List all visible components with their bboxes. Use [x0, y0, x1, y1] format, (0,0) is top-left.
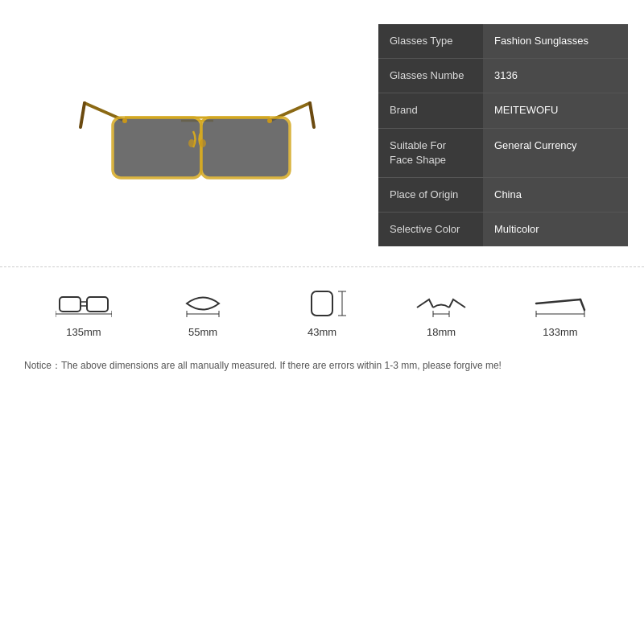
specs-label: Place of Origin — [378, 178, 483, 212]
dimension-item: 135mm — [56, 287, 112, 338]
specs-label: Glasses Type — [378, 24, 483, 58]
dimension-item: 43mm — [294, 287, 350, 338]
dimension-item: 18mm — [413, 287, 469, 338]
product-image-area — [16, 55, 378, 216]
svg-line-30 — [580, 299, 584, 310]
main-container: Glasses TypeFashion SunglassesGlasses Nu… — [0, 0, 644, 644]
sunglasses-image — [76, 55, 318, 216]
lens-height-icon — [294, 287, 350, 320]
svg-rect-6 — [113, 118, 201, 178]
dimension-item: 55mm — [175, 287, 231, 338]
svg-rect-12 — [60, 297, 80, 312]
specs-label: Brand — [378, 93, 483, 127]
dimension-value: 135mm — [66, 326, 101, 338]
specs-value: Fashion Sunglasses — [483, 24, 628, 58]
specs-value: Multicolor — [483, 213, 628, 246]
lens-width-icon — [175, 287, 231, 320]
specs-row: BrandMEITEWOFU — [378, 93, 628, 128]
bridge-width-icon — [413, 287, 469, 320]
specs-row: Suitable For Face ShapeGeneral Currency — [378, 129, 628, 178]
temple-length-icon — [532, 287, 588, 320]
top-section: Glasses TypeFashion SunglassesGlasses Nu… — [0, 0, 644, 262]
specs-row: Selective ColorMulticolor — [378, 213, 628, 246]
specs-row: Glasses Numbe3136 — [378, 59, 628, 93]
notice-text: Notice：The above dimensions are all manu… — [24, 360, 502, 371]
divider — [0, 266, 644, 267]
svg-rect-7 — [201, 118, 290, 178]
dimension-value: 43mm — [308, 326, 336, 338]
svg-line-29 — [536, 299, 580, 303]
dimensions-section: 135mm 55mm 43mm 18mm 133mm — [0, 271, 644, 346]
svg-point-8 — [122, 118, 127, 123]
specs-value: MEITEWOFU — [483, 93, 628, 127]
svg-point-9 — [267, 118, 272, 123]
dimension-value: 133mm — [543, 326, 577, 338]
svg-point-10 — [188, 139, 195, 147]
specs-value: General Currency — [483, 129, 628, 177]
notice-section: Notice：The above dimensions are all manu… — [0, 346, 644, 385]
dimension-value: 18mm — [427, 326, 456, 338]
specs-label: Suitable For Face Shape — [378, 129, 483, 177]
dimension-item: 133mm — [532, 287, 588, 338]
dimension-value: 55mm — [188, 326, 217, 338]
svg-line-3 — [310, 103, 314, 127]
specs-value: 3136 — [483, 59, 628, 93]
svg-rect-13 — [87, 297, 108, 312]
specs-label: Selective Color — [378, 213, 483, 246]
svg-line-2 — [80, 103, 85, 127]
svg-rect-22 — [312, 291, 332, 316]
svg-point-11 — [200, 139, 206, 147]
total-width-icon — [56, 287, 112, 320]
specs-label: Glasses Numbe — [378, 59, 483, 93]
specs-value: China — [483, 178, 628, 212]
specs-table: Glasses TypeFashion SunglassesGlasses Nu… — [378, 24, 628, 246]
specs-row: Place of OriginChina — [378, 178, 628, 213]
specs-row: Glasses TypeFashion Sunglasses — [378, 24, 628, 59]
